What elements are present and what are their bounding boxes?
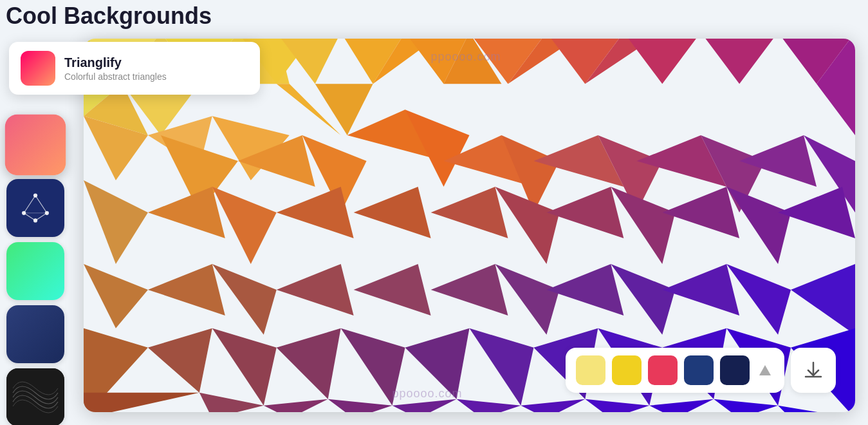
svg-marker-96 [778, 406, 855, 412]
svg-marker-87 [199, 393, 264, 412]
svg-line-5 [35, 196, 47, 213]
svg-marker-97 [759, 365, 771, 375]
svg-marker-62 [84, 264, 148, 328]
svg-marker-95 [714, 399, 778, 412]
svg-marker-61 [778, 187, 855, 238]
tooltip-popup: Trianglify Colorful abstract triangles [9, 42, 260, 95]
main-preview: ppoooo.com ppoooo.com [84, 39, 855, 412]
svg-marker-51 [148, 187, 225, 238]
svg-marker-94 [649, 399, 714, 412]
tooltip-title: Trianglify [64, 55, 167, 70]
svg-line-6 [24, 213, 35, 221]
svg-marker-89 [328, 399, 392, 412]
svg-marker-80 [470, 328, 534, 406]
svg-line-4 [24, 196, 35, 213]
color-palette [566, 348, 784, 393]
sidebar [0, 39, 74, 425]
color-swatch-pink-red[interactable] [648, 355, 678, 385]
svg-marker-71 [662, 264, 739, 316]
svg-marker-86 [84, 393, 199, 412]
sidebar-item-network[interactable] [6, 179, 64, 237]
sidebar-item-bluegradient[interactable] [6, 305, 64, 363]
svg-marker-53 [277, 187, 354, 238]
tooltip-thumbnail [21, 51, 55, 86]
svg-marker-67 [431, 264, 508, 316]
svg-marker-79 [405, 328, 470, 399]
page-title: Cool Backgrounds [6, 0, 212, 32]
svg-marker-72 [726, 264, 791, 335]
svg-marker-64 [212, 264, 277, 335]
svg-marker-66 [354, 264, 431, 316]
download-button[interactable] [791, 348, 836, 393]
color-swatch-pale-yellow[interactable] [576, 355, 605, 385]
sidebar-item-wave[interactable] [6, 368, 64, 425]
svg-rect-9 [6, 368, 64, 425]
color-swatch-navy[interactable] [684, 355, 714, 385]
tooltip-description: Colorful abstract triangles [64, 71, 167, 82]
svg-marker-65 [277, 264, 354, 316]
sidebar-item-gradient[interactable] [6, 242, 64, 300]
svg-marker-90 [392, 399, 457, 412]
svg-marker-88 [264, 399, 328, 412]
toolbar [566, 348, 836, 393]
svg-marker-92 [521, 399, 585, 412]
svg-marker-22 [315, 84, 373, 135]
svg-marker-55 [431, 187, 508, 238]
svg-marker-54 [354, 187, 431, 238]
svg-marker-93 [585, 399, 649, 412]
svg-marker-91 [457, 399, 521, 412]
svg-marker-73 [791, 264, 855, 335]
svg-point-0 [33, 193, 37, 197]
svg-marker-31 [701, 39, 778, 84]
svg-marker-69 [546, 264, 623, 316]
svg-marker-59 [662, 187, 739, 238]
svg-marker-63 [148, 264, 225, 316]
color-swatch-yellow[interactable] [612, 355, 642, 385]
svg-marker-78 [341, 328, 405, 406]
svg-marker-60 [726, 187, 791, 264]
svg-marker-77 [277, 328, 341, 399]
triangle-icon[interactable] [756, 361, 774, 379]
svg-marker-68 [495, 264, 559, 335]
tooltip-info: Trianglify Colorful abstract triangles [64, 55, 167, 82]
sidebar-item-trianglify[interactable] [5, 115, 66, 176]
svg-marker-76 [212, 328, 277, 406]
svg-marker-70 [611, 264, 675, 335]
color-swatch-dark-navy[interactable] [720, 355, 750, 385]
svg-marker-57 [546, 187, 623, 238]
svg-marker-75 [148, 328, 212, 393]
svg-point-3 [33, 218, 37, 222]
svg-marker-50 [84, 180, 148, 264]
svg-marker-30 [623, 39, 701, 84]
svg-line-7 [35, 213, 47, 221]
